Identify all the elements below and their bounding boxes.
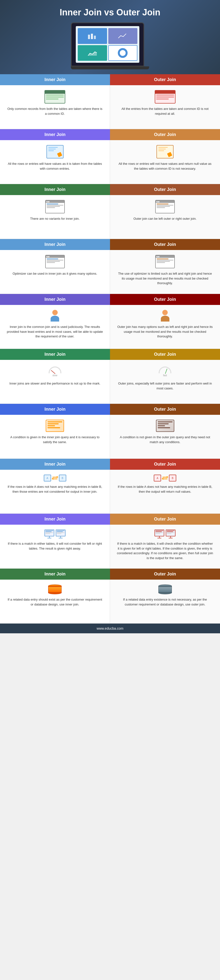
outer-icon-10: [158, 584, 172, 594]
content-row-5: Inner join is the common join and is use…: [0, 305, 220, 349]
outer-cell-10: If a related data entry existence is not…: [110, 580, 220, 623]
inner-icon-7: [46, 420, 64, 432]
inner-divider-7: Inner Join: [0, 404, 110, 415]
inner-text-10: If a related data entry should exist as …: [6, 597, 104, 607]
inner-divider-3: Inner Join: [0, 184, 110, 195]
content-row-9: If there is a match in either tables, it…: [0, 525, 220, 569]
laptop-screen: [76, 26, 139, 63]
content-row-7: A condition is given in the inner join q…: [0, 415, 220, 459]
inner-icon-9: [45, 530, 65, 538]
outer-cell-7: A condition is not given in the outer jo…: [110, 415, 220, 458]
inner-text-2: All the rows or entries will have values…: [6, 161, 104, 171]
outer-cell-2: All the rows or entries will not have va…: [110, 140, 220, 184]
content-row-10: If a related data entry should exist as …: [0, 580, 220, 624]
outer-cell-8: A B If the rows in table A does not have…: [110, 470, 220, 514]
outer-text-3: Outer join can be left outer or right ou…: [134, 216, 196, 221]
divider-row-6: Inner Join Outer Join: [0, 349, 220, 360]
inner-cell-3: There are no variants for inner join.: [0, 195, 110, 239]
inner-cell-1: Only common records from both the tables…: [0, 85, 110, 129]
outer-icon-3: [155, 200, 175, 213]
divider-row-9: Inner Join Outer Join: [0, 514, 220, 525]
outer-divider-3: Outer Join: [110, 184, 220, 195]
inner-icon-3: [45, 200, 65, 213]
inner-divider-2: Inner Join: [0, 129, 110, 140]
outer-icon-6: fast: [159, 365, 171, 378]
inner-cell-2: All the rows or entries will have values…: [0, 140, 110, 184]
inner-divider-4: Inner Join: [0, 239, 110, 250]
outer-icon-7: [156, 420, 174, 432]
divider-row-2: Inner Join Outer Join: [0, 129, 220, 140]
outer-divider-1: Outer Join: [110, 74, 220, 85]
screen-widget-1: [78, 28, 107, 44]
area-chart-icon: [88, 49, 97, 57]
inner-icon-4: [45, 255, 65, 268]
header-illustration: [71, 22, 149, 69]
content-row-1: Only common records from both the tables…: [0, 85, 220, 129]
divider-row-4: Inner Join Outer Join: [0, 239, 220, 250]
outer-divider-8: Outer Join: [110, 459, 220, 470]
svg-rect-0: [88, 35, 90, 39]
outer-text-10: If a related data entry existence is not…: [116, 597, 214, 607]
inner-icon-8: A B: [44, 475, 66, 482]
inner-divider-8: Inner Join: [0, 459, 110, 470]
inner-text-9: If there is a match in either tables, it…: [6, 541, 104, 551]
svg-rect-2: [94, 36, 96, 39]
inner-text-8: If the rows in table A does not have any…: [6, 484, 104, 494]
footer-url: www.educba.com: [97, 627, 123, 630]
laptop-base: [71, 67, 149, 69]
inner-cell-4: Optimizer can be used in inner join as i…: [0, 250, 110, 294]
inner-text-5: Inner join is the common join and is use…: [6, 325, 104, 339]
outer-text-6: Outer joins, especially left outer joins…: [116, 381, 214, 391]
inner-cell-8: A B If the rows in table A does not have…: [0, 470, 110, 514]
outer-text-1: All the entries from the tables are take…: [116, 107, 214, 116]
page-title: Inner Join vs Outer Join: [60, 7, 160, 18]
outer-icon-4: [155, 255, 175, 268]
divider-row-1: Inner Join Outer Join: [0, 74, 220, 85]
outer-cell-6: fast Outer joins, especially left outer …: [110, 360, 220, 404]
divider-row-5: Inner Join Outer Join: [0, 294, 220, 305]
divider-row-7: Inner Join Outer Join: [0, 404, 220, 415]
line-chart-icon: [118, 32, 128, 40]
inner-icon-5: [51, 310, 59, 321]
outer-cell-9: If there is a match in tables, it will c…: [110, 525, 220, 568]
outer-cell-4: The use of optimizer is limited such as …: [110, 250, 220, 294]
outer-icon-8: A B: [154, 475, 176, 482]
inner-text-4: Optimizer can be used in inner join as i…: [13, 271, 97, 276]
inner-icon-6: slow: [49, 365, 61, 378]
laptop-graphic: [71, 22, 144, 67]
inner-icon-2: [46, 145, 64, 158]
content-row-6: slow Inner joins are slower and the perf…: [0, 360, 220, 404]
outer-cell-5: Outer join has many options such as left…: [110, 305, 220, 348]
bar-chart-icon: [88, 32, 97, 40]
outer-icon-2: [156, 145, 174, 158]
divider-row-3: Inner Join Outer Join: [0, 184, 220, 195]
inner-divider-9: Inner Join: [0, 514, 110, 525]
content-row-2: All the rows or entries will have values…: [0, 140, 220, 184]
screen-widget-3: [78, 45, 107, 61]
inner-divider-10: Inner Join: [0, 569, 110, 580]
donut-chart-icon: [118, 48, 128, 58]
inner-text-6: Inner joins are slower and the performan…: [9, 381, 100, 386]
inner-text-1: Only common records from both the tables…: [6, 107, 104, 116]
outer-divider-7: Outer Join: [110, 404, 220, 415]
svg-rect-1: [91, 34, 93, 39]
outer-icon-5: [161, 310, 169, 321]
outer-divider-10: Outer Join: [110, 569, 220, 580]
inner-divider-1: Inner Join: [0, 74, 110, 85]
inner-cell-6: slow Inner joins are slower and the perf…: [0, 360, 110, 404]
outer-icon-9: [155, 530, 175, 538]
outer-divider-4: Outer Join: [110, 239, 220, 250]
outer-text-2: All the rows or entries will not have va…: [116, 161, 214, 171]
inner-cell-5: Inner join is the common join and is use…: [0, 305, 110, 348]
outer-text-4: The use of optimizer is limited such as …: [116, 271, 214, 286]
content-row-8: A B If the rows in table A does not have…: [0, 470, 220, 514]
inner-cell-9: If there is a match in either tables, it…: [0, 525, 110, 568]
content-row-3: There are no variants for inner join. Ou…: [0, 195, 220, 239]
outer-text-8: If the rows in table A does not have any…: [116, 484, 214, 494]
inner-text-7: A condition is given in the inner join q…: [6, 435, 104, 444]
outer-divider-2: Outer Join: [110, 129, 220, 140]
outer-divider-5: Outer Join: [110, 294, 220, 305]
page-header: Inner Join vs Outer Join: [0, 0, 220, 74]
outer-text-5: Outer join has many options such as left…: [116, 325, 214, 339]
outer-icon-1: [155, 90, 175, 103]
